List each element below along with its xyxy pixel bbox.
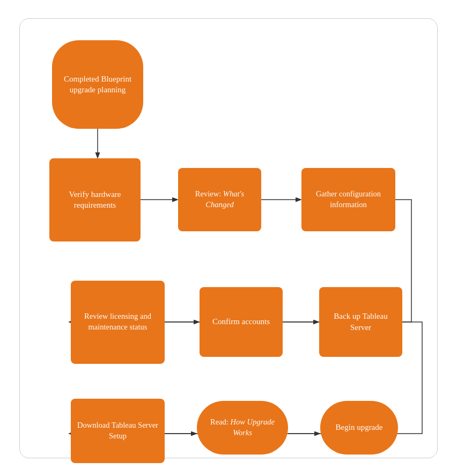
node-backup: Back up Tableau Server — [319, 287, 402, 357]
node-blueprint: Completed Blueprint upgrade planning — [52, 40, 143, 129]
node-verify: Verify hardware requirements — [49, 158, 141, 241]
node-licensing: Review licensing and maintenance status — [71, 281, 165, 364]
diagram-container: Completed Blueprint upgrade planning Ver… — [19, 18, 438, 458]
node-confirm: Confirm accounts — [200, 287, 283, 357]
node-download: Download Tableau Server Setup — [71, 399, 165, 463]
node-review-changed: Review: What's Changed — [178, 168, 261, 231]
node-read-how: Read: How Upgrade Works — [197, 401, 288, 455]
node-begin: Begin upgrade — [320, 401, 398, 455]
node-gather: Gather configuration information — [301, 168, 395, 231]
